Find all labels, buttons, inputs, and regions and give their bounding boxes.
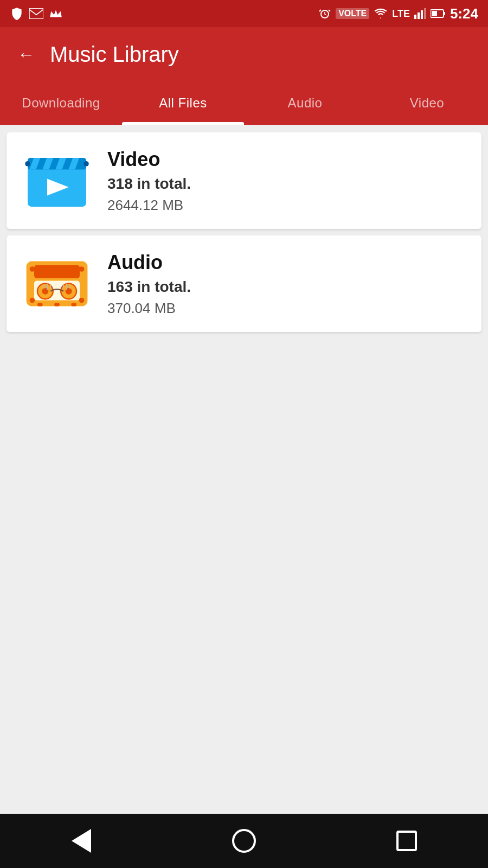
shield-icon: [10, 7, 24, 21]
svg-rect-5: [424, 8, 426, 19]
svg-rect-3: [418, 12, 420, 19]
svg-rect-2: [414, 15, 416, 19]
back-nav-icon: [72, 829, 91, 853]
audio-title: Audio: [107, 251, 191, 274]
video-size: 2644.12 MB: [107, 197, 191, 214]
status-bar: VOLTE LTE 5:24: [0, 0, 488, 27]
home-nav-button[interactable]: [228, 825, 260, 857]
video-count: 318 in total.: [107, 175, 191, 193]
volte-badge: VOLTE: [336, 8, 369, 19]
audio-card[interactable]: Audio 163 in total. 370.04 MB: [7, 235, 481, 332]
svg-point-28: [79, 298, 85, 303]
svg-rect-7: [444, 12, 445, 15]
svg-rect-0: [29, 8, 43, 19]
svg-rect-19: [34, 265, 80, 278]
lte-label: LTE: [392, 8, 410, 20]
svg-rect-36: [54, 303, 60, 306]
svg-rect-4: [421, 10, 423, 19]
audio-icon: [22, 248, 92, 319]
svg-rect-37: [71, 303, 76, 306]
tab-bar: Downloading All Files Audio Video: [0, 81, 488, 125]
svg-point-25: [30, 266, 35, 272]
audio-card-info: Audio 163 in total. 370.04 MB: [107, 251, 191, 317]
video-icon: [22, 145, 92, 216]
recents-nav-button[interactable]: [390, 825, 423, 857]
wifi-icon: [374, 8, 388, 20]
audio-count: 163 in total.: [107, 278, 191, 296]
status-icons-left: [10, 7, 63, 21]
clock-display: 5:24: [450, 5, 478, 22]
tab-audio[interactable]: Audio: [244, 81, 366, 125]
video-title: Video: [107, 148, 191, 171]
svg-point-17: [84, 161, 89, 167]
svg-point-26: [79, 266, 85, 272]
back-nav-button[interactable]: [65, 825, 98, 857]
main-container: ← Music Library Downloading All Files Au…: [0, 27, 488, 814]
signal-icon: [414, 8, 426, 19]
video-card[interactable]: Video 318 in total. 2644.12 MB: [7, 132, 481, 229]
bottom-nav: [0, 814, 488, 868]
status-icons-right: VOLTE LTE 5:24: [318, 5, 478, 22]
alarm-icon: [318, 7, 331, 20]
svg-point-27: [30, 298, 35, 303]
tab-video[interactable]: Video: [366, 81, 488, 125]
tab-downloading[interactable]: Downloading: [0, 81, 122, 125]
svg-rect-8: [432, 11, 437, 16]
crown-icon: [49, 8, 63, 20]
gmail-icon: [29, 8, 43, 19]
svg-point-16: [25, 161, 30, 167]
video-card-info: Video 318 in total. 2644.12 MB: [107, 148, 191, 214]
svg-rect-35: [37, 303, 43, 306]
battery-icon: [431, 8, 446, 19]
audio-size: 370.04 MB: [107, 300, 191, 317]
tab-allfiles[interactable]: All Files: [122, 81, 244, 125]
header: ← Music Library: [0, 27, 488, 81]
content-area: Video 318 in total. 2644.12 MB: [0, 125, 488, 814]
back-button[interactable]: ←: [13, 40, 39, 69]
page-title: Music Library: [50, 42, 179, 67]
recents-nav-icon: [396, 831, 417, 851]
home-nav-icon: [232, 829, 256, 853]
